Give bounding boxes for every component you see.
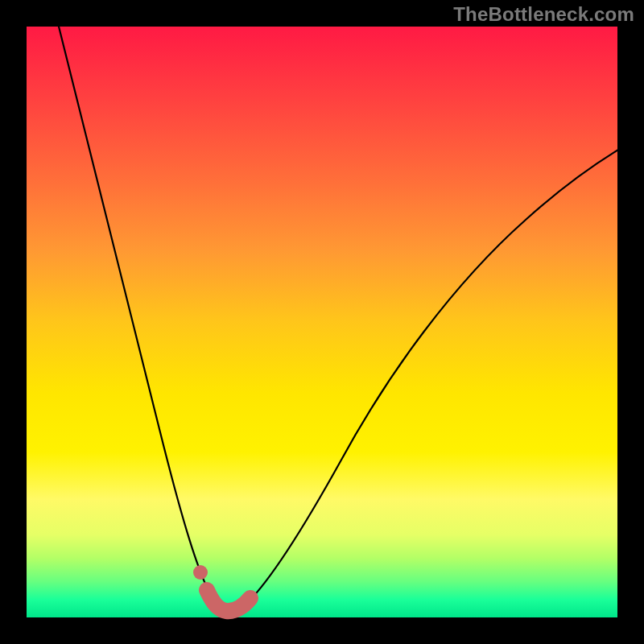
bottleneck-curve (51, 0, 622, 611)
watermark-text: TheBottleneck.com (453, 3, 634, 26)
highlight-region (207, 590, 250, 611)
highlight-dot (193, 565, 208, 580)
chart-overlay (27, 27, 617, 617)
chart-frame: TheBottleneck.com (0, 0, 644, 644)
